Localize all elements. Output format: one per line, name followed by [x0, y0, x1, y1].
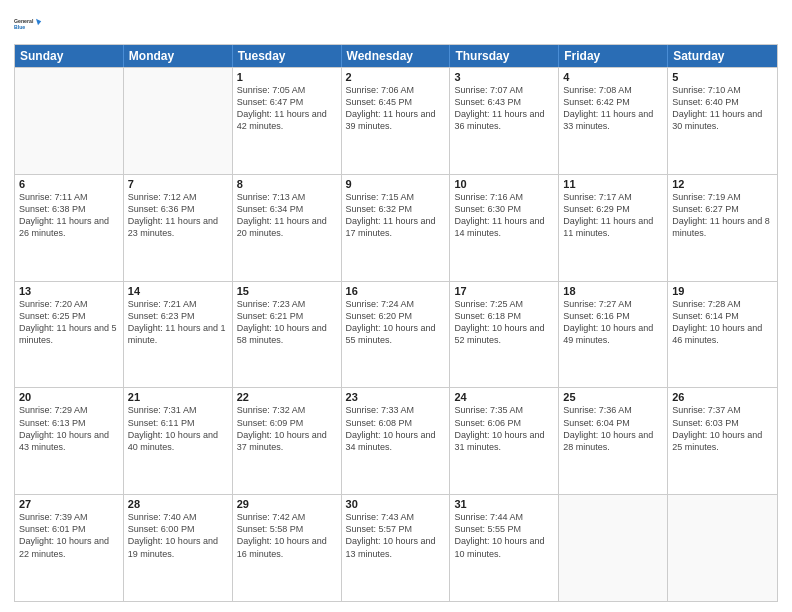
calendar-cell: 25Sunrise: 7:36 AM Sunset: 6:04 PM Dayli…: [559, 388, 668, 494]
day-number: 14: [128, 285, 228, 297]
day-number: 4: [563, 71, 663, 83]
day-info: Sunrise: 7:40 AM Sunset: 6:00 PM Dayligh…: [128, 511, 228, 560]
day-number: 21: [128, 391, 228, 403]
day-number: 28: [128, 498, 228, 510]
day-number: 16: [346, 285, 446, 297]
logo-icon: GeneralBlue: [14, 10, 42, 38]
calendar-cell: 6Sunrise: 7:11 AM Sunset: 6:38 PM Daylig…: [15, 175, 124, 281]
day-info: Sunrise: 7:07 AM Sunset: 6:43 PM Dayligh…: [454, 84, 554, 133]
calendar-cell: 21Sunrise: 7:31 AM Sunset: 6:11 PM Dayli…: [124, 388, 233, 494]
svg-text:Blue: Blue: [14, 24, 25, 30]
calendar-cell: 24Sunrise: 7:35 AM Sunset: 6:06 PM Dayli…: [450, 388, 559, 494]
calendar-cell: 22Sunrise: 7:32 AM Sunset: 6:09 PM Dayli…: [233, 388, 342, 494]
day-number: 8: [237, 178, 337, 190]
logo: GeneralBlue: [14, 10, 42, 38]
calendar-cell: 14Sunrise: 7:21 AM Sunset: 6:23 PM Dayli…: [124, 282, 233, 388]
page: GeneralBlue SundayMondayTuesdayWednesday…: [0, 0, 792, 612]
day-info: Sunrise: 7:39 AM Sunset: 6:01 PM Dayligh…: [19, 511, 119, 560]
day-number: 12: [672, 178, 773, 190]
day-of-week-header: Friday: [559, 45, 668, 67]
calendar-week: 6Sunrise: 7:11 AM Sunset: 6:38 PM Daylig…: [15, 174, 777, 281]
day-info: Sunrise: 7:29 AM Sunset: 6:13 PM Dayligh…: [19, 404, 119, 453]
day-number: 9: [346, 178, 446, 190]
day-info: Sunrise: 7:33 AM Sunset: 6:08 PM Dayligh…: [346, 404, 446, 453]
calendar-cell: 12Sunrise: 7:19 AM Sunset: 6:27 PM Dayli…: [668, 175, 777, 281]
calendar-header: SundayMondayTuesdayWednesdayThursdayFrid…: [15, 45, 777, 67]
day-info: Sunrise: 7:32 AM Sunset: 6:09 PM Dayligh…: [237, 404, 337, 453]
day-of-week-header: Tuesday: [233, 45, 342, 67]
day-number: 11: [563, 178, 663, 190]
calendar-cell: 5Sunrise: 7:10 AM Sunset: 6:40 PM Daylig…: [668, 68, 777, 174]
calendar-cell: 3Sunrise: 7:07 AM Sunset: 6:43 PM Daylig…: [450, 68, 559, 174]
svg-text:General: General: [14, 18, 34, 24]
day-of-week-header: Monday: [124, 45, 233, 67]
day-info: Sunrise: 7:24 AM Sunset: 6:20 PM Dayligh…: [346, 298, 446, 347]
calendar-cell: 19Sunrise: 7:28 AM Sunset: 6:14 PM Dayli…: [668, 282, 777, 388]
calendar-cell: 1Sunrise: 7:05 AM Sunset: 6:47 PM Daylig…: [233, 68, 342, 174]
day-info: Sunrise: 7:15 AM Sunset: 6:32 PM Dayligh…: [346, 191, 446, 240]
day-number: 26: [672, 391, 773, 403]
day-number: 22: [237, 391, 337, 403]
day-number: 15: [237, 285, 337, 297]
day-number: 2: [346, 71, 446, 83]
day-info: Sunrise: 7:42 AM Sunset: 5:58 PM Dayligh…: [237, 511, 337, 560]
calendar-cell: 23Sunrise: 7:33 AM Sunset: 6:08 PM Dayli…: [342, 388, 451, 494]
calendar-week: 27Sunrise: 7:39 AM Sunset: 6:01 PM Dayli…: [15, 494, 777, 601]
day-number: 18: [563, 285, 663, 297]
day-info: Sunrise: 7:20 AM Sunset: 6:25 PM Dayligh…: [19, 298, 119, 347]
day-info: Sunrise: 7:35 AM Sunset: 6:06 PM Dayligh…: [454, 404, 554, 453]
day-info: Sunrise: 7:19 AM Sunset: 6:27 PM Dayligh…: [672, 191, 773, 240]
calendar-cell: 17Sunrise: 7:25 AM Sunset: 6:18 PM Dayli…: [450, 282, 559, 388]
day-info: Sunrise: 7:11 AM Sunset: 6:38 PM Dayligh…: [19, 191, 119, 240]
calendar-cell: 26Sunrise: 7:37 AM Sunset: 6:03 PM Dayli…: [668, 388, 777, 494]
day-number: 25: [563, 391, 663, 403]
day-info: Sunrise: 7:23 AM Sunset: 6:21 PM Dayligh…: [237, 298, 337, 347]
calendar-cell: 4Sunrise: 7:08 AM Sunset: 6:42 PM Daylig…: [559, 68, 668, 174]
day-number: 31: [454, 498, 554, 510]
day-info: Sunrise: 7:16 AM Sunset: 6:30 PM Dayligh…: [454, 191, 554, 240]
day-info: Sunrise: 7:10 AM Sunset: 6:40 PM Dayligh…: [672, 84, 773, 133]
day-of-week-header: Saturday: [668, 45, 777, 67]
day-info: Sunrise: 7:05 AM Sunset: 6:47 PM Dayligh…: [237, 84, 337, 133]
calendar-cell: 10Sunrise: 7:16 AM Sunset: 6:30 PM Dayli…: [450, 175, 559, 281]
day-info: Sunrise: 7:06 AM Sunset: 6:45 PM Dayligh…: [346, 84, 446, 133]
calendar-cell: 20Sunrise: 7:29 AM Sunset: 6:13 PM Dayli…: [15, 388, 124, 494]
calendar-cell: 9Sunrise: 7:15 AM Sunset: 6:32 PM Daylig…: [342, 175, 451, 281]
day-number: 10: [454, 178, 554, 190]
calendar-cell: 8Sunrise: 7:13 AM Sunset: 6:34 PM Daylig…: [233, 175, 342, 281]
calendar: SundayMondayTuesdayWednesdayThursdayFrid…: [14, 44, 778, 602]
day-info: Sunrise: 7:36 AM Sunset: 6:04 PM Dayligh…: [563, 404, 663, 453]
day-number: 17: [454, 285, 554, 297]
day-of-week-header: Sunday: [15, 45, 124, 67]
day-number: 1: [237, 71, 337, 83]
day-info: Sunrise: 7:44 AM Sunset: 5:55 PM Dayligh…: [454, 511, 554, 560]
day-number: 30: [346, 498, 446, 510]
day-info: Sunrise: 7:13 AM Sunset: 6:34 PM Dayligh…: [237, 191, 337, 240]
calendar-cell: 18Sunrise: 7:27 AM Sunset: 6:16 PM Dayli…: [559, 282, 668, 388]
calendar-cell: 11Sunrise: 7:17 AM Sunset: 6:29 PM Dayli…: [559, 175, 668, 281]
calendar-cell: 31Sunrise: 7:44 AM Sunset: 5:55 PM Dayli…: [450, 495, 559, 601]
calendar-body: 1Sunrise: 7:05 AM Sunset: 6:47 PM Daylig…: [15, 67, 777, 601]
calendar-cell: 16Sunrise: 7:24 AM Sunset: 6:20 PM Dayli…: [342, 282, 451, 388]
day-number: 20: [19, 391, 119, 403]
day-number: 23: [346, 391, 446, 403]
day-number: 19: [672, 285, 773, 297]
day-number: 27: [19, 498, 119, 510]
day-of-week-header: Thursday: [450, 45, 559, 67]
calendar-cell: 2Sunrise: 7:06 AM Sunset: 6:45 PM Daylig…: [342, 68, 451, 174]
day-info: Sunrise: 7:37 AM Sunset: 6:03 PM Dayligh…: [672, 404, 773, 453]
day-info: Sunrise: 7:31 AM Sunset: 6:11 PM Dayligh…: [128, 404, 228, 453]
day-number: 3: [454, 71, 554, 83]
calendar-cell: 7Sunrise: 7:12 AM Sunset: 6:36 PM Daylig…: [124, 175, 233, 281]
calendar-cell: [124, 68, 233, 174]
calendar-week: 20Sunrise: 7:29 AM Sunset: 6:13 PM Dayli…: [15, 387, 777, 494]
calendar-cell: [15, 68, 124, 174]
calendar-week: 13Sunrise: 7:20 AM Sunset: 6:25 PM Dayli…: [15, 281, 777, 388]
day-number: 29: [237, 498, 337, 510]
calendar-week: 1Sunrise: 7:05 AM Sunset: 6:47 PM Daylig…: [15, 67, 777, 174]
day-of-week-header: Wednesday: [342, 45, 451, 67]
day-info: Sunrise: 7:21 AM Sunset: 6:23 PM Dayligh…: [128, 298, 228, 347]
day-info: Sunrise: 7:25 AM Sunset: 6:18 PM Dayligh…: [454, 298, 554, 347]
day-number: 7: [128, 178, 228, 190]
day-info: Sunrise: 7:12 AM Sunset: 6:36 PM Dayligh…: [128, 191, 228, 240]
